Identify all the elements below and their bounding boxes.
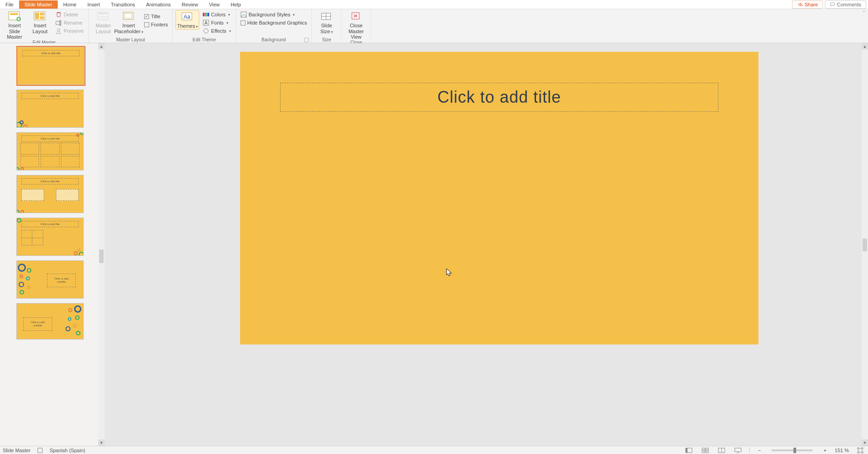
title-placeholder[interactable]: Click to add title [280,83,718,112]
svg-rect-6 [40,16,44,19]
master-layout-button[interactable]: Master Layout [91,10,115,34]
thumb-scroll-up[interactable]: ▲ [98,43,105,50]
effects-icon [203,28,209,34]
fit-to-window-button[interactable] [855,447,865,454]
tab-file[interactable]: File [0,0,19,9]
layout-thumbnail[interactable]: Click to add title [16,218,84,256]
preserve-button[interactable]: Preserve [54,27,85,35]
chevron-down-icon: ▾ [293,13,295,17]
share-icon [797,2,803,7]
decorative-circles-icon [69,247,84,256]
effects-button[interactable]: Effects▾ [201,27,232,35]
canvas-scroll-down[interactable]: ▼ [862,439,868,446]
svg-rect-31 [706,448,708,450]
group-label-background: Background [239,37,309,43]
chevron-down-icon: ▾ [229,29,231,33]
svg-rect-32 [702,451,705,453]
canvas-scroll-handle[interactable] [863,239,867,251]
slide-size-label: Slide Size▾ [321,23,333,34]
colors-label: Colors [211,12,226,17]
svg-rect-13 [99,15,107,19]
menu-tabstrip: File Slide Master Home Insert Transition… [0,0,868,9]
share-label: Share [804,2,818,7]
zoom-in-button[interactable]: + [822,448,828,453]
slide-size-icon [319,11,334,22]
tab-animations[interactable]: Animations [140,0,176,9]
svg-point-10 [57,29,60,31]
rename-button[interactable]: Rename [54,19,85,26]
svg-rect-20 [207,13,209,16]
chevron-down-icon: ▾ [141,30,143,34]
thumb-subtitle-2: subtitle [33,324,42,327]
group-edit-theme: Aa Themes▾ Colors▾ A Fonts▾ Effects▾ Edi… [173,9,236,43]
slide-master-thumbnail[interactable]: Click to add title [17,47,85,85]
share-button[interactable]: Share [792,0,823,9]
title-placeholder-text: Click to add title [437,88,561,107]
layout-thumbnail[interactable]: Click to add subtitle [16,260,84,299]
slide-sorter-view-button[interactable] [700,447,710,454]
svg-rect-4 [35,13,39,19]
slide-size-button[interactable]: Slide Size▾ [315,10,338,34]
zoom-level[interactable]: 151 % [835,448,849,453]
slideshow-view-button[interactable] [733,447,743,454]
workspace: ▲ Click to add title Click to add title [0,43,868,446]
fonts-button[interactable]: A Fonts▾ [201,19,232,26]
slide-master-canvas[interactable]: Click to add title [240,52,758,344]
title-checkbox[interactable]: Title [142,13,170,20]
zoom-slider-knob[interactable] [793,448,796,453]
tab-slide-master[interactable]: Slide Master [19,0,58,9]
collapse-ribbon-button[interactable]: ⌃ [862,10,866,15]
thumbnail-panel: ▲ Click to add title Click to add title [0,43,105,446]
zoom-out-button[interactable]: − [756,448,763,453]
decorative-circles-icon [16,205,31,213]
dialog-launcher-icon[interactable] [304,38,309,42]
layout-thumbnail[interactable]: Click to add title [16,132,84,170]
insert-layout-button[interactable]: Insert Layout [28,10,52,34]
decorative-circles-icon [16,162,31,170]
canvas-vscrollbar[interactable]: ▲ ▼ [862,43,868,446]
decorative-circles-icon [73,132,84,139]
tab-home[interactable]: Home [58,0,82,9]
group-label-size: Size [315,37,338,43]
close-master-view-button[interactable]: Close Master View [344,10,368,40]
footers-checkbox[interactable]: Footers [142,21,170,28]
accessibility-icon[interactable] [37,447,43,454]
reading-view-button[interactable] [717,447,727,454]
thumb-number [3,47,16,49]
thumb-scrollbar[interactable] [98,50,105,439]
layout-thumbnail[interactable]: Click to add title [16,175,84,213]
svg-text:Aa: Aa [184,14,191,20]
background-styles-button[interactable]: Background Styles▾ [239,11,309,18]
tab-transitions[interactable]: Transitions [105,0,140,9]
group-label-master-layout: Master Layout [91,37,170,43]
themes-button[interactable]: Aa Themes▾ [176,10,199,30]
colors-button[interactable]: Colors▾ [201,11,232,18]
rename-label: Rename [64,20,83,25]
tab-insert[interactable]: Insert [82,0,105,9]
insert-placeholder-button[interactable]: Insert Placeholder▾ [117,10,140,34]
thumb-title-placeholder: Click to add title [21,93,79,99]
layout-thumbnail[interactable]: Click to add subtitle [16,303,84,339]
svg-rect-18 [203,13,205,16]
insert-layout-label: Insert Layout [32,23,47,34]
tab-view[interactable]: View [204,0,226,9]
insert-slide-master-button[interactable]: Insert Slide Master [3,10,26,40]
tab-review[interactable]: Review [176,0,204,9]
comments-button[interactable]: Comments [825,0,866,9]
thumb-title-placeholder: Click to add title [21,221,79,227]
thumb-title-placeholder: Click to add title [22,50,80,56]
zoom-slider[interactable] [772,449,813,451]
thumb-scroll-handle[interactable] [99,249,104,263]
canvas-scroll-up[interactable]: ▲ [862,43,868,50]
tab-help[interactable]: Help [225,0,246,9]
fonts-label: Fonts [211,20,224,25]
thumb-scroll-down[interactable]: ▼ [98,439,105,446]
svg-rect-27 [38,448,42,453]
normal-view-button[interactable] [684,447,694,454]
group-master-layout: Master Layout Insert Placeholder▾ Title … [89,9,173,43]
delete-button[interactable]: Delete [54,11,85,18]
hide-background-checkbox[interactable]: Hide Background Graphics [239,19,309,26]
status-language[interactable]: Spanish (Spain) [50,448,85,453]
layout-thumbnail[interactable]: Click to add title [16,90,84,128]
svg-rect-19 [205,13,207,16]
